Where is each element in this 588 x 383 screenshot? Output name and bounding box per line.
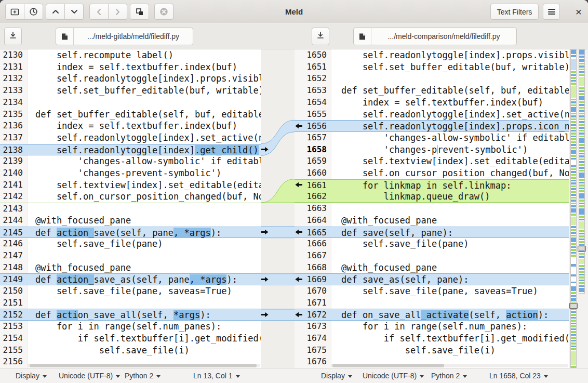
display-menu-right[interactable]: Display	[321, 368, 352, 383]
code-line[interactable]: 2145 def action_save(self, pane, *args):	[0, 227, 261, 239]
code-line[interactable]: 2151	[0, 297, 261, 309]
overview-map-right[interactable]	[579, 49, 585, 294]
code-line[interactable]: 1659 self.textview[index].set_editable(e…	[295, 155, 569, 167]
code-text: self.set_buffer_editable(buf, writable)	[320, 61, 569, 73]
code-line[interactable]: 1662 linkmap.queue_draw()	[295, 191, 569, 203]
code-line[interactable]: 2141 self.textview[index].set_editable(e…	[0, 179, 261, 191]
code-text: for linkmap in self.linkmap:	[320, 180, 511, 192]
previous-change-button[interactable]	[46, 4, 65, 20]
copy-changes-button[interactable]	[130, 4, 149, 20]
next-change-button[interactable]	[65, 4, 84, 20]
previous-pane-button[interactable]	[89, 4, 109, 20]
code-line[interactable]: 2155 self.save_file(i)	[0, 345, 261, 356]
new-comparison-button[interactable]	[5, 4, 24, 20]
code-line[interactable]: 1664 @with_focused_pane	[295, 215, 569, 227]
code-text: @with_focused_pane	[320, 215, 437, 227]
save-left-button[interactable]	[4, 28, 22, 45]
cursor-position-right[interactable]: Ln 1658, Col 23	[489, 368, 548, 383]
code-line[interactable]: 2154 if self.textbuffer[i].get_modified(…	[0, 333, 261, 345]
code-line[interactable]: 1665 def save(self, pane):	[295, 227, 569, 239]
text-filters-button[interactable]: Text Filters	[490, 4, 539, 20]
code-line[interactable]: 1656 self.readonlytoggle[index].props.ic…	[295, 120, 569, 132]
diff-area: 2130 self.recompute_label()2131 index = …	[0, 49, 588, 368]
save-right-button[interactable]	[312, 28, 329, 45]
code-line[interactable]: 1651 self.set_buffer_editable(buf, writa…	[295, 61, 569, 73]
window-close-button[interactable]: ×	[569, 0, 588, 23]
code-line[interactable]: 1668 @with_focused_pane	[295, 262, 569, 274]
code-line[interactable]: 1669 def save_as(self, pane):	[295, 273, 569, 285]
code-line[interactable]: 2139 'changes-allow-symbolic' if editabl…	[0, 155, 261, 167]
encoding-menu-right[interactable]: Unicode (UTF-8)	[363, 368, 424, 383]
file-chooser-right-button[interactable]: .../meld-comparison/meld/filediff.py	[353, 28, 517, 45]
code-line[interactable]: 1657 'changes-allow-symbolic' if editabl…	[295, 132, 569, 144]
code-line[interactable]: 1666 self.save_file(pane)	[295, 238, 569, 250]
code-line[interactable]: 1653 def set_buffer_editable(self, buf, …	[295, 85, 569, 97]
chevron-down-icon	[71, 9, 78, 14]
menu-button[interactable]	[543, 4, 560, 20]
code-line[interactable]: 2143	[0, 203, 261, 215]
code-line[interactable]: 2144 @with_focused_pane	[0, 215, 261, 227]
code-line[interactable]: 2137 self.readonlytoggle[index].set_acti…	[0, 132, 261, 144]
code-line[interactable]: 2131 index = self.textbuffer.index(buf)	[0, 61, 261, 73]
code-line[interactable]: 1671	[295, 297, 569, 309]
header-bar: Meld Text Filters ×	[0, 0, 588, 23]
syntax-menu-right[interactable]: Python 2	[431, 368, 467, 383]
left-code-pane[interactable]: 2130 self.recompute_label()2131 index = …	[0, 49, 261, 368]
code-line[interactable]: 2134	[0, 97, 261, 109]
code-line[interactable]: 2140 'changes-prevent-symbolic')	[0, 167, 261, 179]
cursor-position-left[interactable]: Ln 13, Col 1	[193, 368, 240, 383]
code-line[interactable]: 2138 self.readonlytoggle[index].get_chil…	[0, 144, 261, 156]
code-line[interactable]: 1675 self.save_file(i)	[295, 345, 569, 356]
chevron-down-icon	[116, 375, 120, 378]
code-line[interactable]: 1655 self.readonlytoggle[index].set_acti…	[295, 109, 569, 121]
code-line[interactable]: 1654 index = self.textbuffer.index(buf)	[295, 97, 569, 109]
code-line[interactable]: 2136 index = self.textbuffer.index(buf)	[0, 120, 261, 132]
code-text: @with_focused_pane	[14, 215, 131, 227]
right-code-pane[interactable]: 1650 self.readonlytoggle[index].props.vi…	[295, 49, 569, 368]
code-line[interactable]: 1658 'changes-prevent-symbolic')	[295, 144, 569, 156]
code-line[interactable]: 2142 self.on_cursor_position_changed(buf…	[0, 191, 261, 203]
display-menu-left[interactable]: Display	[16, 368, 47, 383]
file-chooser-left-button[interactable]: .../meld-gitlab/meld/filediff.py	[56, 28, 193, 45]
horizontal-scrollbar[interactable]	[331, 364, 568, 367]
code-text: self.save_file(pane)	[320, 238, 469, 250]
code-line[interactable]: 2150 self.save_file(pane, saveas=True)	[0, 285, 261, 297]
next-pane-button[interactable]	[109, 4, 127, 20]
syntax-menu-left[interactable]: Python 2	[125, 368, 161, 383]
stop-button[interactable]	[154, 4, 173, 20]
code-text: self.save_file(i)	[14, 345, 190, 356]
code-line[interactable]: 1667	[295, 250, 569, 262]
code-line[interactable]: 2133 self.set_buffer_editable(buf, writa…	[0, 85, 261, 97]
code-text: def save(self, pane):	[320, 227, 453, 239]
code-text: self.readonlytoggle[index].props.icon_na	[320, 121, 569, 133]
code-line[interactable]: 2146 self.save_file(pane)	[0, 238, 261, 250]
encoding-menu-left[interactable]: Unicode (UTF-8)	[59, 368, 120, 383]
code-line[interactable]: 2148 @with_focused_pane	[0, 262, 261, 274]
code-line[interactable]: 2153 for i in range(self.num_panes):	[0, 321, 261, 333]
code-line[interactable]: 2147	[0, 250, 261, 262]
line-number: 2147	[0, 250, 23, 262]
chevron-left-icon	[97, 8, 101, 16]
code-line[interactable]: 1670 self.save_file(pane, saveas=True)	[295, 285, 569, 297]
code-text: def action_save_all(self, *args):	[14, 309, 211, 321]
code-line[interactable]: 2149 def action_save_as(self, pane, *arg…	[0, 273, 261, 285]
code-line[interactable]: 1661 for linkmap in self.linkmap:	[295, 179, 569, 191]
code-line[interactable]: 2132 self.readonlytoggle[index].props.vi…	[0, 73, 261, 85]
code-line[interactable]: 2152 def action_save_all(self, *args):	[0, 309, 261, 321]
code-line[interactable]: 1660 self.on_cursor_position_changed(buf…	[295, 167, 569, 179]
code-line[interactable]: 1652	[295, 73, 569, 85]
overview-map-left[interactable]	[570, 49, 577, 369]
code-line[interactable]: 1650 self.readonlytoggle[index].props.vi…	[295, 49, 569, 61]
overview-map-handle[interactable]	[569, 303, 578, 309]
code-text: if self.textbuffer[i].get_modified()	[14, 333, 261, 345]
horizontal-scrollbar[interactable]	[27, 364, 260, 367]
code-text: 'changes-allow-symbolic' if editable	[14, 155, 261, 167]
code-line[interactable]: 1674 if self.textbuffer[i].get_modified(…	[295, 333, 569, 345]
code-line[interactable]: 2135 def set_buffer_editable(self, buf, …	[0, 109, 261, 121]
overview-map-handle[interactable]	[578, 246, 586, 252]
code-line[interactable]: 1663	[295, 203, 569, 215]
file-history-button[interactable]	[24, 4, 43, 20]
code-line[interactable]: 1673 for i in range(self.num_panes):	[295, 321, 569, 333]
code-line[interactable]: 2130 self.recompute_label()	[0, 49, 261, 61]
code-line[interactable]: 1672 def on_save_all_activate(self, acti…	[295, 309, 569, 321]
